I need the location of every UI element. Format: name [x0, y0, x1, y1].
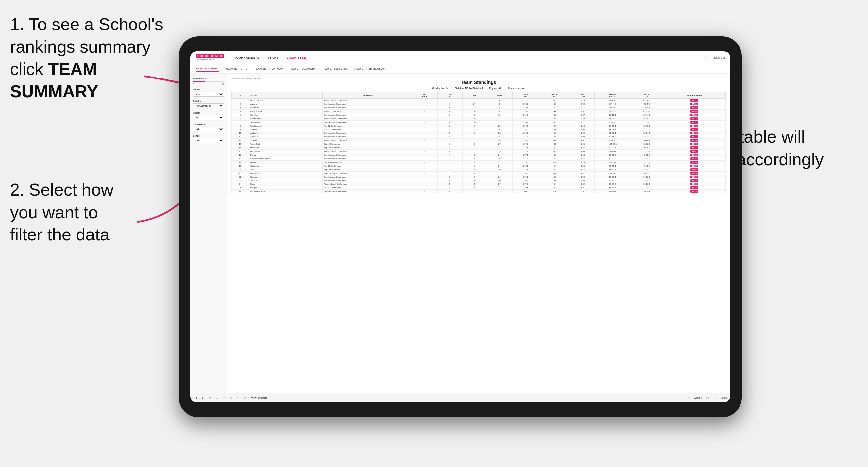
filter-group-region: Region N/A: [193, 112, 224, 120]
tablet-screen: SCOREBOARD Powered by clippd TOURNAMENTS…: [190, 51, 730, 402]
table-row[interactable]: 7 Tennessee Southeastern Conference - 4 …: [232, 121, 725, 124]
table-row[interactable]: 11 Arkansas Southeastern Conference - 8 …: [232, 135, 725, 139]
update-time: Update time: 27/03/2024 16:56:26: [231, 77, 261, 79]
filter-group-division: Division NCAA Division I: [193, 100, 224, 108]
toolbar-watch[interactable]: Watch ▾: [694, 397, 703, 399]
filter-select-school[interactable]: (All): [193, 138, 224, 143]
table-row[interactable]: 24 Duke Atlantic Coast Conference - 5 9 …: [232, 183, 725, 186]
filter-display-conference: Conference: All: [508, 87, 525, 89]
table-row[interactable]: 13 Texas Tech Big 12 Conference - 1 9 27…: [232, 143, 725, 146]
table-row[interactable]: 14 Oklahoma Big 12 Conference - 4 2 24 2…: [232, 146, 725, 150]
section-title: Team Standings: [231, 80, 725, 85]
table-row[interactable]: 3 Vanderbilt Southeastern Conference - 5…: [232, 106, 725, 110]
toolbar-bookmark[interactable]: □: [229, 396, 233, 400]
table-body: 1 North Carolina Atlantic Coast Conferen…: [232, 99, 725, 193]
toolbar-view-original[interactable]: View: Original: [250, 396, 268, 400]
th-vs-top25: Vs Top25: [630, 92, 663, 99]
table-row[interactable]: 16 Florida Southeastern Conference - 7 9…: [232, 153, 725, 157]
toolbar-back[interactable]: ◀: [194, 396, 198, 400]
filter-label-min-rou: Minimum Rou...: [193, 77, 224, 80]
table-row[interactable]: 20 Texas Big 12 Conference - 3 7 20 278.…: [232, 168, 725, 172]
filter-select-conference[interactable]: (All): [193, 126, 224, 131]
filter-label-conference: Conference: [193, 123, 224, 126]
nav-separator: |: [705, 56, 706, 59]
th-rnds: Rnds: [487, 92, 513, 99]
toolbar-clock[interactable]: ⏱: [242, 396, 247, 400]
table-header: # School Conference RnkRank ConfNo Tour …: [232, 92, 725, 99]
subnav-player-h2h-grid[interactable]: PLAYER H2H GRID: [322, 66, 348, 71]
table-row[interactable]: 9 Arizona Pac-12 Conference - 2 23 8 276…: [232, 128, 725, 131]
table-row[interactable]: 18 Illinois Big Ten Conference - 1 9 23 …: [232, 161, 725, 164]
subnav-team-h2h-grid[interactable]: TEAM H2H GRID: [225, 66, 248, 71]
filter-select-division[interactable]: NCAA Division I: [193, 103, 224, 108]
nav-teams[interactable]: TEAMS: [267, 55, 279, 61]
toolbar-eye[interactable]: 👁: [686, 396, 691, 400]
toolbar-comment[interactable]: 💬: [705, 396, 711, 400]
table-row[interactable]: 10 Alabama Southeastern Conference - 5 6…: [232, 131, 725, 135]
annotation-1: 1. To see a School's rankings summary cl…: [10, 13, 182, 103]
table-row[interactable]: 26 Mississippi State Southeastern Confer…: [232, 190, 725, 193]
slider-track[interactable]: [193, 81, 224, 82]
filter-select-region[interactable]: N/A: [193, 115, 224, 120]
table-row[interactable]: 19 California Pac-12 Conference - 4 8 24…: [232, 164, 725, 168]
annotation-2: 2. Select how you want to filter the dat…: [10, 179, 169, 246]
toolbar-forward[interactable]: ▶: [201, 396, 205, 400]
filter-group-school: School (All): [193, 135, 224, 143]
table-row[interactable]: 8 Washington Pac-12 Conference - 2 8 23 …: [232, 124, 725, 128]
filter-label-division: Division: [193, 100, 224, 102]
main-area: Update time: 27/03/2024 16:56:26 Team St…: [227, 74, 730, 393]
th-avg-par: Avg. toPar: [539, 92, 570, 99]
filter-label-gender: Gender: [193, 88, 224, 91]
subnav-team-summary[interactable]: TEAM SUMMARY: [196, 66, 219, 72]
filter-display-division: Division: NCAA Division I: [455, 87, 483, 89]
filter-display-gender: Gender: Men's: [432, 87, 448, 89]
th-wins-adj: WinsAdj.: [513, 92, 539, 99]
table-row[interactable]: 6 Florida State Atlantic Coast Conferenc…: [232, 117, 725, 121]
subnav-player-h2h-heatmap[interactable]: PLAYER H2H HEATMAP: [354, 66, 386, 71]
subnav-player-summary[interactable]: PLAYER SUMMARY: [289, 66, 316, 71]
table-row[interactable]: 21 New Mexico Mountain West Conference -…: [232, 172, 725, 175]
app-logo: SCOREBOARD Powered by clippd: [196, 54, 224, 61]
th-vs-top50: Vs Top 50 Points: [663, 92, 725, 99]
th-rank: #: [232, 92, 249, 99]
slider-fill: [193, 81, 205, 82]
table-row[interactable]: 12 Virginia Atlantic Coast Conference - …: [232, 139, 725, 143]
th-avg-low: Avg.Low: [570, 92, 594, 99]
app-nav: SCOREBOARD Powered by clippd TOURNAMENTS…: [190, 51, 730, 64]
toolbar-refresh[interactable]: ↺: [208, 396, 212, 400]
slider-labels: 4 30: [193, 83, 224, 85]
filter-group-gender: Gender Men's Women's: [193, 88, 224, 97]
nav-committee[interactable]: COMMITTEE: [286, 55, 306, 61]
logo-bottom: Powered by clippd: [196, 58, 224, 61]
table-row[interactable]: 5 Ole Miss Southeastern Conference - 3 6…: [232, 113, 725, 117]
toolbar-share[interactable]: Share: [721, 397, 727, 399]
table-row[interactable]: 15 Georgia Tech Atlantic Coast Conferenc…: [232, 150, 725, 153]
toolbar-share-link[interactable]: ⬆: [222, 396, 226, 400]
filter-display-region: Region: All: [489, 87, 501, 89]
th-conf-no: ConfNo: [437, 92, 462, 99]
filter-group-min-rou: Minimum Rou... 4 30: [193, 77, 224, 85]
bottom-toolbar: ◀ ▶ ↺ ⌂ ⬆ □ + ⏱ View: Original 👁 Watch ▾…: [190, 393, 730, 402]
nav-tournaments[interactable]: TOURNAMENTS: [235, 55, 259, 61]
sub-nav: TEAM SUMMARY TEAM H2H GRID TEAM H2H HEAT…: [190, 64, 730, 74]
table-row[interactable]: 25 Oregon Pac-12 Conference - 8 7 21 279…: [232, 186, 725, 190]
nav-signout[interactable]: Sign out: [714, 56, 725, 59]
th-tour: Tour: [462, 92, 486, 99]
table-row[interactable]: 4 Arizona State Pac-12 Conference - 4 26…: [232, 110, 725, 113]
tablet-frame: SCOREBOARD Powered by clippd TOURNAMENTS…: [179, 36, 742, 417]
table-row[interactable]: 2 Auburn Southeastern Conference - 1 27 …: [232, 102, 725, 106]
table-row[interactable]: 17 East Tennessee State Southeastern Con…: [232, 157, 725, 161]
toolbar-home[interactable]: ⌂: [215, 396, 219, 400]
table-row[interactable]: 1 North Carolina Atlantic Coast Conferen…: [232, 99, 725, 102]
table-row[interactable]: 23 Texas A&M Southeastern Conference - 9…: [232, 179, 725, 183]
filter-group-conference: Conference (All): [193, 123, 224, 131]
subnav-team-h2h-heatmap[interactable]: TEAM H2H HEATMAP: [254, 66, 283, 71]
filter-display-row: Gender: Men's Division: NCAA Division I …: [231, 87, 725, 89]
th-rnk-rank: RnkRank: [412, 92, 437, 99]
filters-panel: Minimum Rou... 4 30 Gender Men's Women's: [190, 74, 227, 393]
logo-top: SCOREBOARD: [196, 54, 224, 58]
table-row[interactable]: 22 Georgia Southeastern Conference - 8 7…: [232, 175, 725, 179]
toolbar-resize[interactable]: ⤢: [713, 396, 718, 400]
toolbar-add[interactable]: +: [236, 396, 240, 400]
filter-select-gender[interactable]: Men's Women's: [193, 92, 224, 97]
